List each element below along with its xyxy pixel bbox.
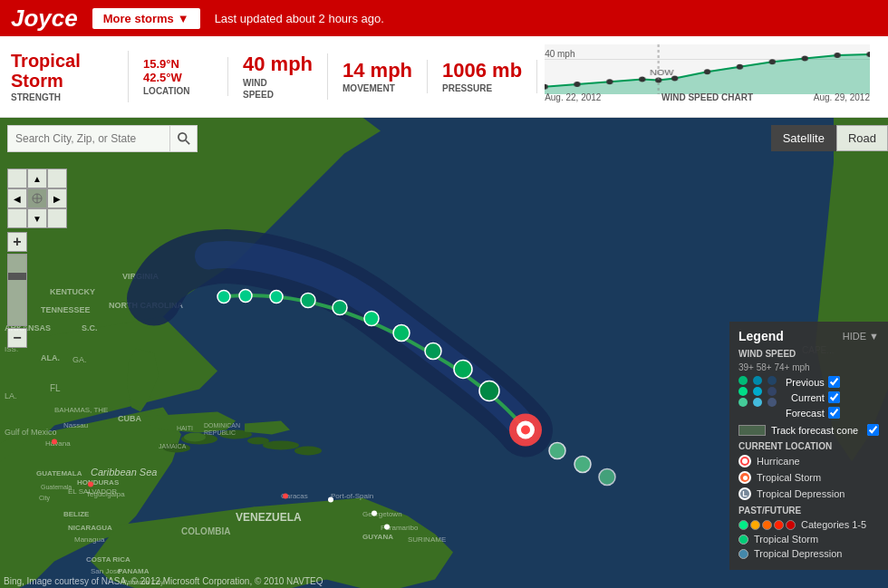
svg-point-61 [393,325,410,342]
ts-past-label: Tropical Storm [754,534,818,545]
search-input[interactable] [7,125,170,152]
storm-type: Tropical [11,51,113,71]
svg-text:COSTA RICA: COSTA RICA [86,555,130,564]
svg-text:NICARAGUA: NICARAGUA [68,524,112,532]
map-container[interactable]: KENTUCKY VIRGINIA TENNESSEE NORTH CAROLI… [0,118,888,588]
current-checkbox-row: Current [786,391,840,403]
svg-point-55 [217,291,230,304]
svg-point-67 [599,469,615,486]
tropical-storm-row: Tropical Storm [738,471,879,484]
svg-text:Georgetown: Georgetown [362,510,402,518]
nav-right-button[interactable]: ▶ [47,188,67,208]
nav-empty-topleft [7,169,27,188]
header-bar: Joyce More storms ▼ Last updated about 2… [0,0,888,36]
svg-text:JAMAICA: JAMAICA [159,443,187,449]
nav-up-button[interactable]: ▲ [27,169,47,188]
svg-text:Caribbean Sea: Caribbean Sea [91,467,157,477]
nav-down-button[interactable]: ▼ [27,208,47,228]
zoom-controls: + − [7,232,67,348]
svg-point-74 [178,133,186,141]
dot-39-fore [738,398,748,407]
nav-empty-bottomright [47,208,67,228]
current-checkbox[interactable] [828,391,840,403]
svg-point-54 [521,426,530,435]
dot-58-prev [753,376,762,385]
track-cone-row: Track forecast cone [738,424,879,436]
legend-hide-button[interactable]: HIDE ▼ [843,331,879,342]
svg-point-62 [425,343,441,360]
previous-checkbox-row: Previous [786,376,840,388]
svg-text:BAHAMAS, THE: BAHAMAS, THE [54,406,108,414]
dot-39-prev [738,376,748,385]
legend-header: Legend HIDE ▼ [738,329,879,343]
svg-text:GA.: GA. [72,355,87,364]
svg-text:S.C.: S.C. [82,323,98,333]
movement-label: MOVEMENT [343,83,412,93]
satellite-button[interactable]: Satellite [771,125,836,151]
zoom-in-button[interactable]: + [7,232,27,252]
svg-text:HAITI: HAITI [177,425,193,431]
svg-text:Gulf of Mexico: Gulf of Mexico [5,428,57,437]
zoom-slider-handle[interactable] [8,273,26,280]
category-dots [738,520,796,530]
forecast-checkbox[interactable] [828,407,840,419]
latitude: 15.9°N [143,57,213,71]
svg-point-8 [184,433,206,442]
svg-point-60 [364,312,379,326]
search-button[interactable] [170,125,198,152]
svg-text:ALA.: ALA. [41,353,60,362]
stats-bar: Tropical Storm STRENGTH 15.9°N 42.5°W LO… [0,36,888,118]
past-future-title: PAST/FUTURE [738,506,879,516]
svg-point-69 [88,482,93,487]
previous-checkbox[interactable] [828,376,840,388]
track-cone-checkbox[interactable] [867,424,879,436]
pressure: 1006 mb [442,60,522,82]
svg-text:DOMINICAN: DOMINICAN [204,422,240,429]
cat4-dot [774,520,784,530]
svg-point-72 [372,511,377,516]
storm-name: Joyce [11,5,78,33]
td-past-row: Tropical Depression [738,548,879,559]
svg-text:Port-of-Spain: Port-of-Spain [331,492,373,500]
svg-point-59 [333,301,347,315]
cat3-dot [762,520,772,530]
tropical-depression-row: L Tropical Depression [738,487,879,500]
location-stat: 15.9°N 42.5°W LOCATION [129,57,228,96]
search-bar [7,125,198,152]
wind-chart-title: WIND SPEED CHART [661,92,753,102]
compass-icon [32,193,43,204]
storm-type2: Storm [11,71,113,91]
svg-point-65 [549,443,565,459]
wind-sublabel: SPEED [243,90,313,100]
dot-74-fore [767,398,777,407]
wind-speed-matrix: Previous Current Forecast [738,376,879,420]
dot-58-curr [753,387,762,396]
nav-center [27,188,47,208]
map-attribution: Bing, Image courtesy of NASA, © 2012 Mic… [4,576,323,586]
more-storms-button[interactable]: More storms ▼ [92,8,200,29]
previous-label: Previous [786,377,825,388]
svg-point-6 [263,441,299,450]
zoom-out-button[interactable]: − [7,328,27,348]
wind-speed: 40 mph [243,53,313,75]
legend-title: Legend [738,329,784,343]
categories-row: Categories 1-5 [738,519,879,530]
tropical-depression-label: Tropical Depression [757,488,845,499]
wind-speed-section-title: WIND SPEED [738,349,879,359]
categories-label: Categories 1-5 [801,519,866,530]
td-past-label: Tropical Depression [754,548,842,559]
tropical-depression-icon: L [738,487,751,500]
current-label: Current [791,392,825,403]
svg-text:SURINAME: SURINAME [408,535,446,544]
zoom-slider-track [7,254,27,326]
cat2-dot [750,520,760,530]
svg-text:Tegucigalpa: Tegucigalpa [86,490,125,498]
map-type-buttons: Satellite Road [771,125,888,151]
strength-label: STRENGTH [11,92,113,102]
road-button[interactable]: Road [836,125,888,151]
svg-text:VENEZUELA: VENEZUELA [236,511,302,524]
nav-left-button[interactable]: ◀ [7,188,27,208]
movement: 14 mph [343,60,412,82]
svg-point-56 [239,290,252,303]
wind-chart-start-date: Aug. 22, 2012 [545,92,601,102]
